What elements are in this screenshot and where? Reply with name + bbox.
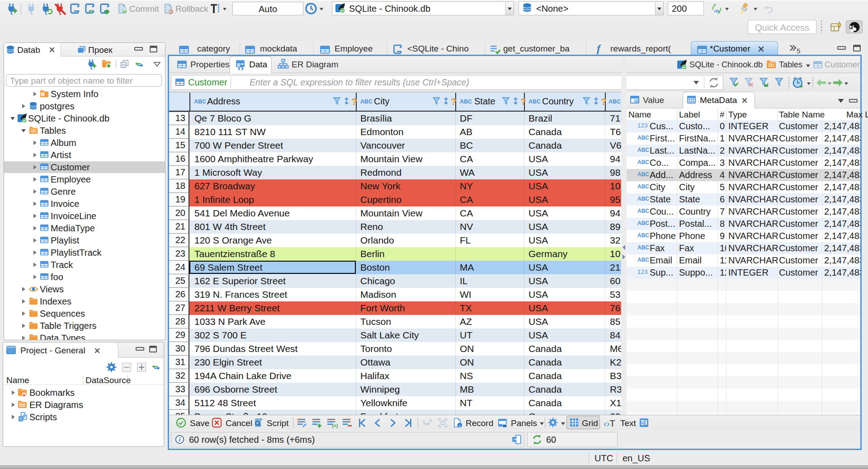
svg-text:(+): (+) [332, 423, 338, 428]
svg-text:i: i [179, 436, 181, 443]
svg-text:★: ★ [22, 392, 26, 398]
